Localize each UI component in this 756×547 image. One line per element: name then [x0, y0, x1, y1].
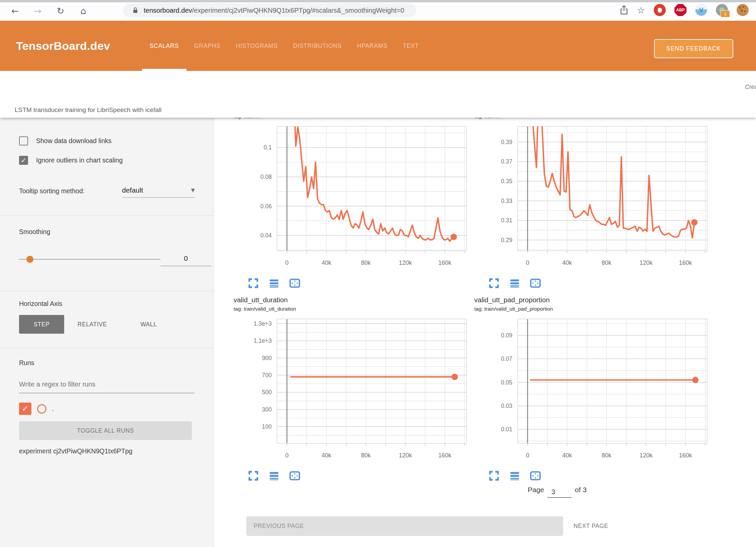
data-series-icon[interactable] [268, 470, 280, 481]
browser-toolbar: ← → ↻ ⌂ tensorboard.dev/experiment/cj2vt… [0, 0, 756, 21]
fullscreen-icon[interactable] [488, 278, 500, 289]
charts-panel: tag: train/… 0.040.060.080.1040k80k120k1… [214, 118, 756, 547]
run-checkbox[interactable]: ✓ [19, 403, 31, 415]
tab-hparams[interactable]: HPARAMS [350, 21, 395, 71]
svg-text:40k: 40k [322, 259, 332, 266]
tab-distributions[interactable]: DISTRIBUTIONS [285, 21, 350, 71]
svg-text:0.31: 0.31 [501, 217, 512, 224]
pan-zoom-icon[interactable] [530, 278, 541, 289]
svg-text:0.33: 0.33 [501, 198, 512, 204]
experiment-title: LSTM transducer training for LibriSpeech… [15, 106, 161, 114]
svg-text:0.37: 0.37 [501, 158, 512, 165]
svg-text:120k: 120k [399, 259, 412, 266]
svg-text:0.08: 0.08 [260, 174, 272, 180]
tab-text[interactable]: TEXT [395, 21, 426, 71]
axis-relative-button[interactable]: RELATIVE [68, 315, 117, 334]
check-icon: ✓ [22, 404, 29, 414]
axis-step-button[interactable]: STEP [19, 315, 64, 334]
smoothing-slider-knob[interactable] [26, 256, 33, 263]
svg-text:0: 0 [526, 259, 529, 266]
tab-histograms[interactable]: HISTOGRAMS [228, 21, 285, 71]
runs-filter-input[interactable] [19, 380, 195, 393]
data-series-icon[interactable] [268, 278, 280, 289]
experiment-run-name: experiment cj2vtPiwQHKN9Q1tx6PTpg [19, 447, 132, 455]
svg-text:80k: 80k [602, 259, 612, 266]
pan-zoom-icon[interactable] [289, 278, 300, 289]
svg-text:0.07: 0.07 [501, 355, 512, 362]
fullscreen-icon[interactable] [248, 278, 259, 289]
svg-text:0.29: 0.29 [501, 237, 512, 243]
svg-text:40k: 40k [562, 452, 572, 459]
tab-graphs[interactable]: GRAPHS [186, 21, 228, 71]
svg-text:80k: 80k [361, 259, 371, 266]
experiment-header: Crea LSTM transducer training for LibriS… [0, 71, 756, 118]
adblock-extension-icon[interactable] [654, 4, 666, 16]
abp-extension-icon[interactable]: ABP [674, 4, 686, 16]
cookie-extension-icon[interactable] [737, 4, 749, 16]
page-label: Page [528, 486, 544, 494]
run-name: . [52, 405, 54, 413]
ignore-outliers-row[interactable]: ✓ Ignore outliers in chart scaling [19, 156, 195, 165]
divider [0, 291, 214, 291]
svg-text:900: 900 [262, 355, 272, 361]
extension-icon[interactable]: 1 [716, 4, 728, 16]
tooltip-sorting-select[interactable]: default ▼ [122, 183, 195, 198]
svg-text:0.04: 0.04 [260, 232, 272, 239]
tab-scalars[interactable]: SCALARS [142, 21, 186, 71]
toggle-all-runs-button[interactable]: TOGGLE ALL RUNS [19, 421, 192, 440]
svg-text:160k: 160k [679, 259, 692, 266]
axis-wall-button[interactable]: WALL [130, 315, 167, 334]
svg-text:40k: 40k [322, 452, 332, 459]
chart-plot[interactable]: 0.040.060.080.1040k80k120k160k [234, 124, 468, 276]
data-series-icon[interactable] [509, 470, 520, 481]
forward-icon[interactable]: → [31, 4, 44, 17]
svg-text:1.3e+3: 1.3e+3 [254, 320, 272, 327]
pan-zoom-icon[interactable] [530, 470, 541, 481]
ignore-outliers-checkbox[interactable]: ✓ [19, 156, 28, 165]
show-download-links-checkbox[interactable] [19, 136, 28, 145]
svg-text:500: 500 [262, 389, 272, 396]
pagination: Page of 3 [528, 484, 587, 496]
chart-card: tag: train/… 0.040.060.080.1040k80k120k1… [234, 118, 471, 289]
chart-tag: tag: train/… [234, 118, 471, 120]
home-icon[interactable]: ⌂ [77, 4, 90, 17]
svg-text:0: 0 [285, 452, 289, 459]
address-bar[interactable]: tensorboard.dev/experiment/cj2vtPiwQHKN9… [123, 3, 416, 17]
run-row[interactable]: ✓ . [19, 403, 195, 415]
chart-title: valid_utt_pad_proportion [474, 295, 712, 305]
extension-badge: 1 [721, 10, 730, 17]
fullscreen-icon[interactable] [248, 470, 259, 481]
chart-plot[interactable]: 0.010.030.050.070.09040k80k120k160k [474, 316, 708, 469]
chart-plot[interactable]: 1003005007009001.1e+31.3e+3040k80k120k16… [234, 316, 468, 469]
svg-text:0.35: 0.35 [501, 178, 512, 185]
svg-text:120k: 120k [639, 259, 653, 266]
app-header: TensorBoard.dev SCALARS GRAPHS HISTOGRAM… [0, 21, 756, 71]
fullscreen-icon[interactable] [488, 470, 500, 481]
page-of-label: of 3 [575, 486, 587, 494]
vimium-extension-icon[interactable]: V [695, 4, 707, 16]
smoothing-slider-track[interactable] [19, 259, 160, 260]
data-series-icon[interactable] [509, 278, 520, 289]
tooltip-sorting-value: default [122, 186, 143, 194]
smoothing-value-input[interactable]: 0 [160, 251, 211, 266]
reload-icon[interactable]: ↻ [54, 4, 67, 17]
previous-page-button[interactable]: PREVIOUS PAGE [246, 516, 563, 536]
bookmark-star-icon[interactable]: ☆ [637, 5, 645, 15]
url-text[interactable]: tensorboard.dev/experiment/cj2vtPiwQHKN9… [144, 7, 404, 14]
share-icon[interactable] [620, 5, 628, 15]
send-feedback-button[interactable]: SEND FEEDBACK [654, 39, 733, 58]
runs-label: Runs [19, 359, 34, 367]
svg-text:80k: 80k [361, 452, 371, 459]
svg-text:300: 300 [262, 406, 272, 413]
page-number-input[interactable] [547, 486, 572, 498]
divider [0, 215, 214, 216]
run-color-circle [37, 404, 46, 414]
chart-plot[interactable]: 0.290.310.330.350.370.39040k80k120k160k [474, 124, 708, 276]
back-icon[interactable]: ← [9, 4, 21, 17]
show-download-links-row[interactable]: Show data download links [19, 136, 195, 145]
svg-text:1.1e+3: 1.1e+3 [254, 337, 272, 344]
next-page-button[interactable]: NEXT PAGE [574, 516, 608, 536]
app-title: TensorBoard.dev [16, 39, 110, 52]
chevron-down-icon: ▼ [191, 187, 195, 193]
pan-zoom-icon[interactable] [289, 470, 300, 481]
